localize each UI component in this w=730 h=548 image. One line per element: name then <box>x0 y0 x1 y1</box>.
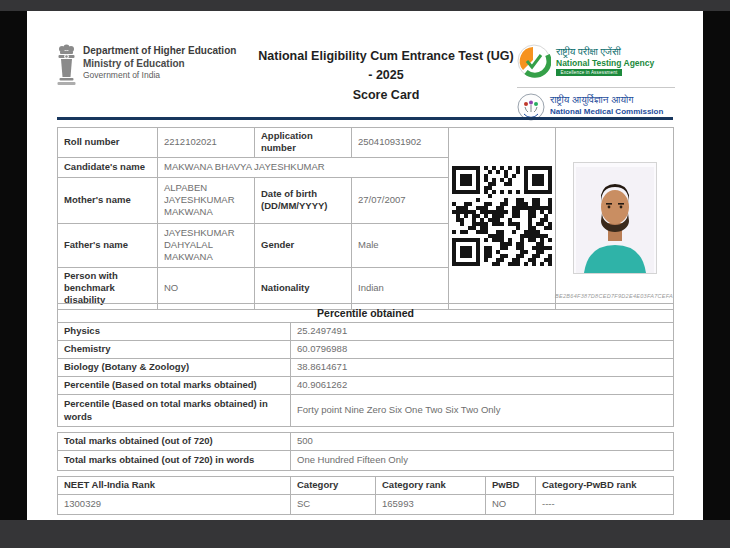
agency-logos: राष्ट्रीय परीक्षा एजेंसी National Testin… <box>517 44 675 125</box>
candidate-name-value: MAKWANA BHAVYA JAYESHKUMAR <box>158 157 449 177</box>
category-rank-header: Category rank <box>376 477 486 495</box>
ministry-text: Department of Higher Education Ministry … <box>83 44 236 81</box>
total-percentile-label: Percentile (Based on total marks obtaine… <box>58 377 291 395</box>
application-number-label: Application number <box>255 128 352 158</box>
department-line: Department of Higher Education <box>83 45 236 58</box>
table-row: Percentile obtained <box>58 304 674 323</box>
nta-hindi-name: राष्ट्रीय परीक्षा एजेंसी <box>556 46 654 58</box>
father-name-label: Father's name <box>58 223 158 267</box>
total-marks-value: 500 <box>291 433 674 451</box>
nmc-logo-icon <box>517 93 545 125</box>
scorecard-subtitle: Score Card <box>255 86 517 105</box>
father-name-value: JAYESHKUMAR DAHYALAL MAKWANA <box>158 223 255 267</box>
category-rank-value: 165993 <box>376 495 486 515</box>
total-marks-words-value: One Hundred Fifteen Only <box>291 451 674 471</box>
agency-divider <box>517 87 675 88</box>
header-divider-rule <box>57 117 673 120</box>
nmc-english-name: National Medical Commission <box>550 107 663 117</box>
biology-value: 38.8614671 <box>291 359 674 377</box>
total-marks-label: Total marks obtained (out of 720) <box>58 433 291 451</box>
percentile-words-label: Percentile (Based on total marks obtaine… <box>58 395 291 427</box>
biology-label: Biology (Botany & Zoology) <box>58 359 291 377</box>
emblem-of-india-icon <box>57 44 76 90</box>
category-pwbd-rank-header: Category-PwBD rank <box>536 477 674 495</box>
dob-value: 27/07/2007 <box>352 177 449 223</box>
nta-text: राष्ट्रीय परीक्षा एजेंसी National Testin… <box>556 44 654 76</box>
chemistry-value: 60.0796988 <box>291 341 674 359</box>
marks-table: Total marks obtained (out of 720) 500 To… <box>57 432 674 471</box>
gender-label: Gender <box>255 223 352 267</box>
table-row: Physics 25.2497491 <box>58 323 674 341</box>
mother-name-value: ALPABEN JAYESHKUMAR MAKWANA <box>158 177 255 223</box>
nmc-block: राष्ट्रीय आयुर्विज्ञान आयोग National Med… <box>517 93 675 125</box>
document-header: Department of Higher Education Ministry … <box>57 44 675 125</box>
category-value: SC <box>291 495 376 515</box>
nta-block: राष्ट्रीय परीक्षा एजेंसी National Testin… <box>517 44 675 82</box>
pwbd-rank-value: NO <box>486 495 536 515</box>
candidate-photo <box>573 162 657 274</box>
table-row: Total marks obtained (out of 720) 500 <box>58 433 674 451</box>
document-title: National Eligibility Cum Entrance Test (… <box>255 44 517 125</box>
nmc-hindi-name: राष्ट्रीय आयुर्विज्ञान आयोग <box>550 94 663 107</box>
table-row: Percentile (Based on total marks obtaine… <box>58 395 674 427</box>
nmc-text: राष्ट्रीय आयुर्विज्ञान आयोग National Med… <box>550 93 663 117</box>
qr-cell <box>449 128 556 310</box>
table-row: NEET All-India Rank Category Category ra… <box>58 477 674 495</box>
photo-cell <box>556 128 674 310</box>
verification-hash: BE2B64F387D8CED7F9D2E4E03FA7CEFA <box>555 293 673 299</box>
ministry-line: Ministry of Education <box>83 58 236 71</box>
table-row: Chemistry 60.0796988 <box>58 341 674 359</box>
physics-value: 25.2497491 <box>291 323 674 341</box>
roll-number-label: Roll number <box>58 128 158 158</box>
letterbox-top-bar <box>0 0 730 11</box>
pwbd-header: PwBD <box>486 477 536 495</box>
total-marks-words-label: Total marks obtained (out of 720) in wor… <box>58 451 291 471</box>
gender-value: Male <box>352 223 449 267</box>
table-row: 1300329 SC 165993 NO ---- <box>58 495 674 515</box>
nta-english-name: National Testing Agency <box>556 58 654 68</box>
nta-tagline-banner: Excellence in Assessment <box>556 69 622 76</box>
table-row: Biology (Botany & Zoology) 38.8614671 <box>58 359 674 377</box>
qr-code <box>452 166 552 266</box>
percentile-words-value: Forty point Nine Zero Six One Two Six Tw… <box>291 395 674 427</box>
table-row: Roll number 2212102021 Application numbe… <box>58 128 674 158</box>
screenshot-canvas: Department of Higher Education Ministry … <box>0 0 730 548</box>
rank-table: NEET All-India Rank Category Category ra… <box>57 476 674 515</box>
letterbox-bottom-bar <box>0 520 730 548</box>
dob-label: Date of birth (DD/MM/YYYY) <box>255 177 352 223</box>
exam-title: National Eligibility Cum Entrance Test (… <box>255 47 517 86</box>
percentile-table-title: Percentile obtained <box>58 304 674 323</box>
candidate-name-label: Candidate's name <box>58 157 158 177</box>
table-row: Total marks obtained (out of 720) in wor… <box>58 451 674 471</box>
air-value: 1300329 <box>58 495 291 515</box>
air-header: NEET All-India Rank <box>58 477 291 495</box>
application-number-value: 250410931902 <box>352 128 449 158</box>
scorecard-page: Department of Higher Education Ministry … <box>27 11 703 520</box>
ministry-block: Department of Higher Education Ministry … <box>57 44 255 125</box>
candidate-info-table: Roll number 2212102021 Application numbe… <box>57 127 674 310</box>
nta-logo-icon <box>517 44 551 82</box>
category-pwbd-rank-value: ---- <box>536 495 674 515</box>
percentile-table: Percentile obtained Physics 25.2497491 C… <box>57 303 674 427</box>
total-percentile-value: 40.9061262 <box>291 377 674 395</box>
government-line: Government of India <box>83 70 236 81</box>
table-row: Percentile (Based on total marks obtaine… <box>58 377 674 395</box>
category-header: Category <box>291 477 376 495</box>
roll-number-value: 2212102021 <box>158 128 255 158</box>
physics-label: Physics <box>58 323 291 341</box>
chemistry-label: Chemistry <box>58 341 291 359</box>
mother-name-label: Mother's name <box>58 177 158 223</box>
